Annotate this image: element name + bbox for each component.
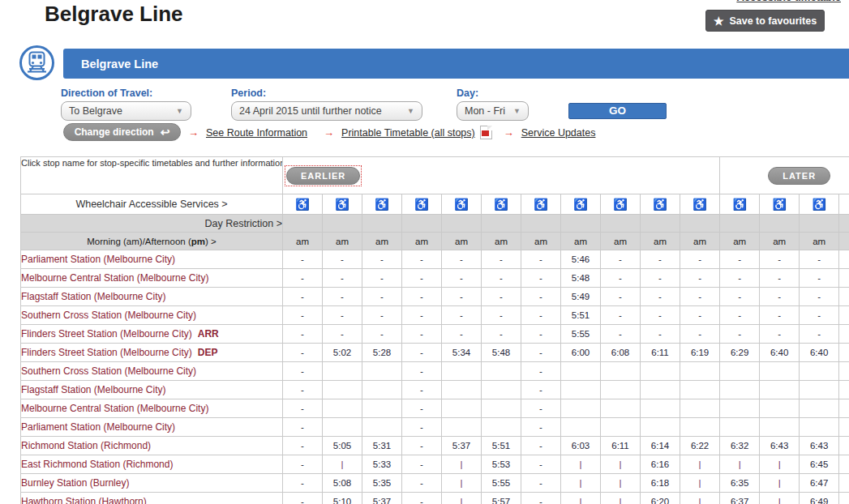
time-cell <box>442 418 482 437</box>
wheelchair-cell: ♿ <box>680 194 720 215</box>
time-cell: - <box>323 269 362 288</box>
banner-title: Belgrave Line <box>81 58 158 70</box>
station-link[interactable]: Flagstaff Station (Melbourne City) <box>21 288 283 306</box>
pdf-icon[interactable] <box>480 126 492 139</box>
time-cell: 5:31 <box>362 437 402 455</box>
day-select[interactable]: Mon - Fri ▼ <box>457 101 529 121</box>
period-select[interactable]: 24 April 2015 until further notice ▼ <box>231 101 422 121</box>
time-cell <box>720 381 760 399</box>
station-link[interactable]: Southern Cross Station (Melbourne City) <box>21 306 283 325</box>
station-link[interactable]: Richmond Station (Richmond) <box>21 437 283 455</box>
day-restriction-cell <box>283 215 323 233</box>
station-link[interactable]: Flinders Street Station (Melbourne City)… <box>21 344 283 362</box>
ampm-cell: am <box>800 233 839 250</box>
time-cell: | <box>760 493 800 504</box>
ampm-cell: am <box>482 233 521 250</box>
chevron-down-icon: ▼ <box>407 107 414 115</box>
station-link[interactable]: Parliament Station (Melbourne City) <box>21 418 283 437</box>
time-cell: - <box>482 288 521 306</box>
service-updates-link[interactable]: Service Updates <box>521 127 596 139</box>
station-link[interactable]: East Richmond Station (Richmond) <box>21 455 283 474</box>
wheelchair-cell: ♿ <box>323 194 362 215</box>
station-link[interactable]: Burnley Station (Burnley) <box>21 474 283 493</box>
time-cell <box>680 399 720 418</box>
time-cell: | <box>561 474 601 493</box>
time-cell: 5:53 <box>482 455 521 474</box>
accessible-timetable-link[interactable]: Accessible timetable <box>736 0 841 3</box>
change-direction-label: Change direction <box>75 126 154 138</box>
go-button[interactable]: GO <box>568 103 667 119</box>
station-link[interactable]: Melbourne Central Station (Melbourne Cit… <box>21 399 283 418</box>
see-route-information-link[interactable]: See Route Information <box>206 127 307 139</box>
arrow-right-icon: → <box>324 126 334 139</box>
day-restriction-cell <box>680 215 720 233</box>
time-cell: - <box>402 250 442 269</box>
time-cell: 5:28 <box>362 344 402 362</box>
time-cell: - <box>641 288 680 306</box>
arrow-right-icon: → <box>504 126 514 139</box>
time-cell: - <box>641 250 680 269</box>
time-cell: - <box>402 306 442 325</box>
station-link[interactable]: Southern Cross Station (Melbourne City) <box>21 362 283 381</box>
timetable: Click stop name for stop-specific timeta… <box>20 156 849 504</box>
time-cell: 5:10 <box>323 493 362 504</box>
time-cell: - <box>601 288 641 306</box>
time-cell: | <box>680 455 720 474</box>
time-cell: - <box>283 437 323 455</box>
time-cell: - <box>800 250 839 269</box>
time-cell: - <box>800 306 839 325</box>
time-cell: - <box>521 362 561 381</box>
station-link[interactable]: Melbourne Central Station (Melbourne Cit… <box>21 269 283 288</box>
direction-label: Direction of Travel: <box>61 88 152 99</box>
earlier-button[interactable]: EARLIER <box>286 167 360 185</box>
wheelchair-icon: ♿ <box>613 198 627 211</box>
day-value: Mon - Fri <box>465 105 505 117</box>
save-to-favourites-label: Save to favourites <box>729 15 817 27</box>
time-cell <box>800 362 839 381</box>
time-cell <box>601 399 641 418</box>
period-value: 24 April 2015 until further notice <box>239 105 382 117</box>
station-link[interactable]: Hawthorn Station (Hawthorn) <box>21 493 283 504</box>
time-cell: 6:37 <box>720 493 760 504</box>
time-cell <box>442 362 482 381</box>
time-cell: - <box>521 493 561 504</box>
time-cell <box>323 418 362 437</box>
time-cell: 5:51 <box>561 306 601 325</box>
time-cell: 6:03 <box>561 437 601 455</box>
later-button[interactable]: LATER <box>768 167 830 185</box>
time-cell <box>839 493 849 504</box>
time-cell: 5:35 <box>362 474 402 493</box>
time-cell <box>760 418 800 437</box>
wheelchair-icon: ♿ <box>414 198 428 211</box>
day-restriction-cell <box>839 215 849 233</box>
ampm-cell: am <box>680 233 720 250</box>
time-cell: - <box>521 399 561 418</box>
printable-timetable-link[interactable]: Printable Timetable (all stops) <box>341 127 475 139</box>
time-cell: 5:57 <box>482 493 521 504</box>
ampm-cell: am <box>323 233 362 250</box>
time-cell: - <box>521 288 561 306</box>
time-cell: - <box>482 306 521 325</box>
wheelchair-cell: ♿ <box>402 194 442 215</box>
time-cell <box>641 399 680 418</box>
time-cell: | <box>601 474 641 493</box>
save-to-favourites-button[interactable]: ★ Save to favourites <box>705 10 825 32</box>
station-link[interactable]: Flinders Street Station (Melbourne City)… <box>21 325 283 344</box>
station-link[interactable]: Flagstaff Station (Melbourne City) <box>21 381 283 399</box>
time-cell: - <box>283 325 323 344</box>
ampm-cell: am <box>362 233 402 250</box>
time-cell <box>800 418 839 437</box>
time-cell: - <box>601 269 641 288</box>
time-cell: | <box>442 455 482 474</box>
time-cell: - <box>283 306 323 325</box>
time-cell: - <box>601 325 641 344</box>
station-link[interactable]: Parliament Station (Melbourne City) <box>21 250 283 269</box>
day-restriction-cell <box>402 215 442 233</box>
time-cell: - <box>521 381 561 399</box>
wheelchair-cell: ♿ <box>521 194 561 215</box>
change-direction-button[interactable]: Change direction ↩ <box>63 123 181 141</box>
direction-select[interactable]: To Belgrave ▼ <box>61 101 191 121</box>
time-cell: - <box>402 399 442 418</box>
time-cell <box>362 399 402 418</box>
time-cell: - <box>521 269 561 288</box>
